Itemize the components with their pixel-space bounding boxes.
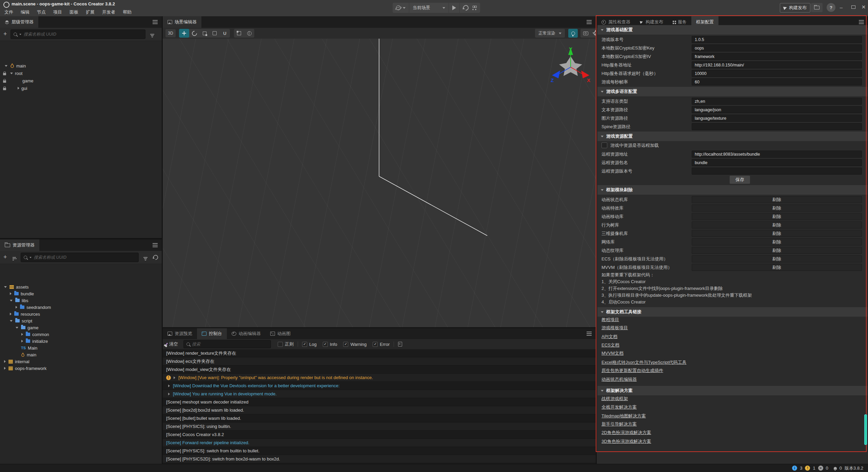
remove-button[interactable]: 剔除 xyxy=(692,213,862,220)
menu-edit[interactable]: 编辑 xyxy=(17,8,33,16)
doc-link[interactable]: API文档 xyxy=(601,334,617,340)
solution-link[interactable]: Tiledmap地图解决方案 xyxy=(601,413,646,419)
transform-tool-button[interactable]: U xyxy=(220,29,230,38)
lock-icon[interactable] xyxy=(3,88,6,90)
expand-icon[interactable] xyxy=(168,393,170,395)
text-field[interactable]: 10000 xyxy=(692,70,862,77)
chevron-down-icon[interactable] xyxy=(16,327,18,329)
sort-icon[interactable] xyxy=(13,257,16,258)
menu-developer[interactable]: 开发者 xyxy=(98,8,119,16)
window-restore-button[interactable] xyxy=(848,2,859,12)
filter-icon[interactable] xyxy=(150,34,154,35)
text-field[interactable]: http://192.168.0.150/main/ xyxy=(692,61,862,68)
solution-link[interactable]: 2D角色扮演游戏解决方案 xyxy=(601,430,651,436)
section-header-game-basic[interactable]: 游戏基础配置 xyxy=(597,25,867,35)
render-mode-dropdown[interactable]: 正常渲染 xyxy=(535,29,565,38)
refresh-icon[interactable] xyxy=(152,254,159,261)
warning-icon[interactable]: ! xyxy=(805,466,810,471)
remove-button[interactable]: 剔除 xyxy=(692,264,862,271)
remote-load-checkbox[interactable] xyxy=(601,142,607,148)
menu-file[interactable]: 文件 xyxy=(1,8,17,16)
log-file-icon[interactable] xyxy=(398,342,402,347)
create-asset-button[interactable]: + xyxy=(3,254,7,260)
hierarchy-menu-icon[interactable] xyxy=(153,22,158,22)
chevron-right-icon[interactable] xyxy=(10,313,12,315)
asset-row-common[interactable]: common xyxy=(0,331,162,338)
text-field[interactable]: bundle xyxy=(692,159,862,166)
text-field[interactable]: http://localhost:8083/assets/bundle xyxy=(692,151,862,158)
scale-tool-button[interactable] xyxy=(199,29,210,38)
tab-animation-graph[interactable]: 动画图 xyxy=(265,328,295,339)
chevron-right-icon[interactable] xyxy=(4,367,6,370)
filter-warning-checkbox[interactable]: Warning xyxy=(343,342,367,347)
text-field[interactable]: language/texture xyxy=(692,115,862,122)
text-field[interactable]: zh,en xyxy=(692,98,862,105)
log-row-info[interactable]: [Scene] Forward render pipeline initiali… xyxy=(163,439,596,447)
text-field[interactable] xyxy=(692,123,862,130)
move-tool-button[interactable] xyxy=(179,29,189,38)
window-minimize-button[interactable]: – xyxy=(836,2,846,12)
log-row-info[interactable]: [Window] Download the Vue Devtools exten… xyxy=(163,382,596,390)
tab-console[interactable]: 控制台 xyxy=(197,328,227,339)
log-row[interactable]: [Scene] meshopt wasm decoder initialized xyxy=(163,398,596,406)
camera-button[interactable] xyxy=(580,29,591,38)
solution-link[interactable]: 新手引导解决方案 xyxy=(601,421,637,427)
section-header-modules[interactable]: 框架模块剔除 xyxy=(597,185,867,195)
regex-checkbox[interactable]: 正则 xyxy=(278,341,294,347)
asset-row-bundle[interactable]: bundle xyxy=(0,290,162,297)
hierarchy-search-input[interactable]: 搜索名称或 UUID xyxy=(11,29,145,39)
lock-icon[interactable] xyxy=(3,73,6,75)
play-button[interactable] xyxy=(449,3,460,13)
rotate-tool-button[interactable] xyxy=(189,29,199,38)
save-button[interactable]: 保存 xyxy=(730,176,750,184)
doc-link[interactable]: Excel格式转Json文件与TypeScript代码工具 xyxy=(601,359,687,366)
solution-link[interactable]: 战棋游戏框架 xyxy=(601,396,628,402)
log-row[interactable]: [Scene] [box2d]:box2d wasm lib loaded. xyxy=(163,406,596,414)
text-field[interactable]: oops xyxy=(692,44,862,52)
solution-link[interactable]: 3D角色扮演游戏解决方案 xyxy=(601,438,651,445)
doc-link[interactable]: ECS文档 xyxy=(601,342,619,348)
tab-animation-editor[interactable]: 动画编辑器 xyxy=(227,328,265,339)
create-node-button[interactable]: + xyxy=(3,31,7,37)
scene-viewport[interactable]: Y X Z xyxy=(163,39,596,327)
clear-console-button[interactable]: 清空 xyxy=(166,341,178,347)
console-search-input[interactable]: 搜索 xyxy=(183,340,271,348)
text-field[interactable]: 1.0.5 xyxy=(692,36,862,43)
chevron-down-icon[interactable] xyxy=(4,286,7,288)
coordinate-button[interactable] xyxy=(244,29,254,38)
remove-button[interactable]: 剔除 xyxy=(692,247,862,254)
info-icon[interactable]: i xyxy=(792,466,797,471)
asset-row-oops-framework[interactable]: oops-framework xyxy=(0,365,162,372)
tree-row-root[interactable]: root xyxy=(0,70,162,77)
log-row[interactable]: [Scene] [PHYSICS]: switch from builtin t… xyxy=(163,447,596,455)
asset-row-script[interactable]: script xyxy=(0,317,162,324)
error-icon[interactable]: ✕ xyxy=(818,466,823,471)
build-publish-button[interactable]: 构建发布 xyxy=(780,3,810,13)
asset-row-internal[interactable]: internal xyxy=(0,358,162,365)
menu-node[interactable]: 节点 xyxy=(33,8,50,16)
tree-row-gui[interactable]: gui xyxy=(0,84,162,92)
tree-row-game[interactable]: game xyxy=(0,77,162,84)
open-project-folder-button[interactable] xyxy=(811,3,823,12)
lighting-toggle-button[interactable] xyxy=(568,29,578,38)
help-button[interactable] xyxy=(827,3,835,12)
doc-link[interactable]: 游戏模板项目 xyxy=(601,325,628,331)
text-field[interactable] xyxy=(692,168,862,175)
menu-project[interactable]: 项目 xyxy=(50,8,66,16)
asset-row-main-ts[interactable]: TS Main xyxy=(0,345,162,351)
filter-error-checkbox[interactable]: Error xyxy=(373,342,390,347)
lock-icon[interactable] xyxy=(3,80,6,83)
preview-target-button[interactable] xyxy=(393,3,409,13)
solution-link[interactable]: 全栈开发解决方案 xyxy=(601,404,637,410)
menu-extension[interactable]: 扩展 xyxy=(82,8,98,16)
chevron-right-icon[interactable] xyxy=(10,292,12,295)
tab-asset-preview[interactable]: 资源预览 xyxy=(163,328,197,339)
tab-assets[interactable]: 资源管理器 xyxy=(0,239,39,251)
text-field[interactable]: language/json xyxy=(692,106,862,113)
text-field[interactable]: 60 xyxy=(692,78,862,85)
remove-button[interactable]: 剔除 xyxy=(692,196,862,203)
log-row-warning[interactable]: ![Window] [Vue warn]: Property "onInput"… xyxy=(163,374,596,382)
chevron-right-icon[interactable] xyxy=(21,333,23,336)
scene-select-dropdown[interactable]: 当前场景 xyxy=(409,3,449,13)
log-row[interactable]: [Window] render_texture文件夹存在 xyxy=(163,349,596,357)
